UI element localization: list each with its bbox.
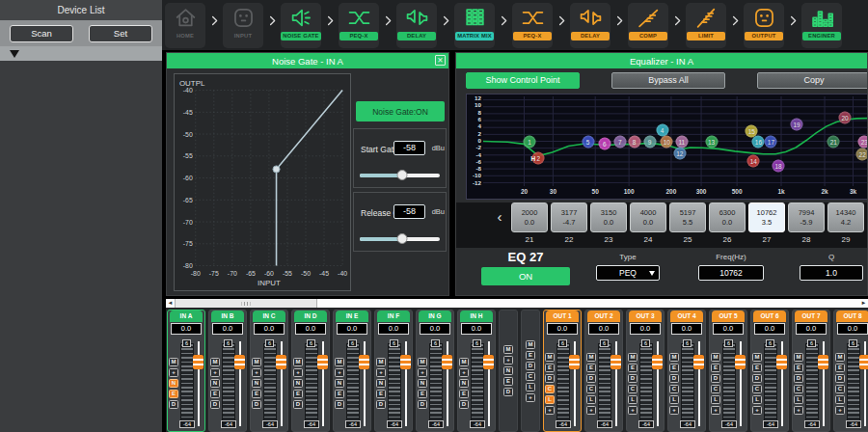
channel-tab-in-f[interactable]: IN F xyxy=(377,310,410,322)
chain-delay-7[interactable]: DELAY xyxy=(570,3,610,48)
channel-gain-value[interactable]: 0.0 xyxy=(378,323,409,335)
eq-point-7[interactable]: 7 xyxy=(613,135,626,148)
channel-tab-in-g[interactable]: IN G xyxy=(419,310,451,322)
master-btn-d[interactable]: D xyxy=(526,362,535,370)
channel-btn-e[interactable]: E xyxy=(711,364,720,372)
channel-btn-plus[interactable]: + xyxy=(210,368,220,377)
channel-btn-c[interactable]: C xyxy=(794,385,803,393)
eq-point-10[interactable]: 10 xyxy=(661,135,673,148)
channel-btn-l[interactable]: L xyxy=(794,395,803,404)
fader-handle[interactable] xyxy=(859,355,868,369)
fader-handle[interactable] xyxy=(359,355,369,369)
channel-tab-in-a[interactable]: IN A xyxy=(170,310,203,322)
channel-btn-c[interactable]: C xyxy=(628,385,637,393)
channel-tab-out-2[interactable]: OUT 2 xyxy=(587,310,620,322)
channel-btn-n[interactable]: N xyxy=(293,379,303,388)
fader-handle[interactable] xyxy=(234,355,245,369)
master-btn-m[interactable]: M xyxy=(503,345,513,354)
chain-enginer-11[interactable]: ENGINER xyxy=(801,3,842,48)
channel-btn-c[interactable]: C xyxy=(752,385,762,393)
chain-peq-x-6[interactable]: PEQ-X xyxy=(512,3,553,48)
channel-btn-d[interactable]: D xyxy=(210,400,220,409)
chain-matrix-mix-5[interactable]: MATRIX MIX xyxy=(454,3,495,48)
channel-btn-m[interactable]: M xyxy=(586,353,596,362)
channel-btn-plus[interactable]: + xyxy=(711,406,720,415)
eq-point-20[interactable]: 20 xyxy=(839,112,852,124)
channel-fader[interactable] xyxy=(276,339,286,428)
channel-btn-n[interactable]: N xyxy=(418,379,427,388)
fader-handle[interactable] xyxy=(400,355,411,369)
chain-delay-4[interactable]: DELAY xyxy=(396,3,437,48)
channel-btn-plus[interactable]: + xyxy=(252,368,261,377)
chain-output-10[interactable]: OUTPUT xyxy=(744,3,784,48)
channel-btn-d[interactable]: D xyxy=(459,400,469,409)
q-input[interactable]: 1.0 xyxy=(800,265,863,281)
master-btn-plus[interactable]: + xyxy=(526,393,535,402)
channel-btn-plus[interactable]: + xyxy=(459,368,469,377)
fader-handle[interactable] xyxy=(610,355,621,369)
channel-btn-n[interactable]: N xyxy=(252,379,261,388)
slider-handle[interactable] xyxy=(396,233,407,244)
eq-band-cell[interactable]: 7994-5.9 xyxy=(788,202,825,232)
channel-fader[interactable] xyxy=(400,339,411,428)
channel-gain-value[interactable]: 0.0 xyxy=(796,323,827,335)
bypass-all-button[interactable]: Bypass All xyxy=(611,72,725,89)
channel-fader[interactable] xyxy=(610,339,621,428)
channel-btn-d[interactable]: D xyxy=(335,400,344,409)
channel-fader[interactable] xyxy=(483,339,494,428)
channel-btn-d[interactable]: D xyxy=(293,400,303,409)
channel-tab-in-e[interactable]: IN E xyxy=(336,310,368,322)
channel-btn-c[interactable]: C xyxy=(669,385,679,393)
channel-gain-value[interactable]: 0.0 xyxy=(337,323,367,335)
channel-btn-l[interactable]: L xyxy=(711,395,720,404)
channel-btn-plus[interactable]: + xyxy=(335,368,344,377)
close-icon[interactable]: ✕ xyxy=(435,55,446,66)
channel-tab-in-c[interactable]: IN C xyxy=(253,310,285,322)
master-btn-d[interactable]: D xyxy=(503,388,513,396)
fader-handle[interactable] xyxy=(193,355,203,369)
channel-btn-m[interactable]: M xyxy=(169,358,178,366)
channel-fader[interactable] xyxy=(818,339,828,428)
eq-band-cell[interactable]: 63000.0 xyxy=(709,202,746,232)
channel-btn-d[interactable]: D xyxy=(252,400,261,409)
fader-handle[interactable] xyxy=(693,355,704,369)
master-btn-e[interactable]: E xyxy=(526,351,535,360)
channel-btn-plus[interactable]: + xyxy=(794,406,803,415)
channel-btn-m[interactable]: M xyxy=(752,353,762,362)
fader-handle[interactable] xyxy=(776,355,787,369)
channel-btn-m[interactable]: M xyxy=(711,353,720,362)
fader-handle[interactable] xyxy=(735,355,746,369)
channel-btn-m[interactable]: M xyxy=(252,358,261,366)
channel-btn-e[interactable]: E xyxy=(293,390,303,398)
channel-btn-m[interactable]: M xyxy=(459,358,469,366)
channel-btn-e[interactable]: E xyxy=(794,364,803,372)
channel-btn-e[interactable]: E xyxy=(169,390,178,398)
eq-point-12[interactable]: 12 xyxy=(673,148,686,160)
device-tree-header[interactable] xyxy=(0,46,162,61)
master-btn-plus[interactable]: + xyxy=(503,356,513,364)
channel-btn-n[interactable]: N xyxy=(335,379,344,388)
eq-point-23[interactable]: 23 xyxy=(858,135,868,148)
channel-gain-value[interactable]: 0.0 xyxy=(713,323,744,335)
channel-gain-value[interactable]: 0.0 xyxy=(671,323,702,335)
channel-btn-plus[interactable]: + xyxy=(376,368,386,377)
channel-tab-out-5[interactable]: OUT 5 xyxy=(712,310,745,322)
channel-tab-out-3[interactable]: OUT 3 xyxy=(629,310,662,322)
channel-btn-e[interactable]: E xyxy=(335,390,344,398)
eq-band-cell[interactable]: 40000.0 xyxy=(630,202,666,232)
eq-point-13[interactable]: 13 xyxy=(705,135,718,148)
channel-btn-d[interactable]: D xyxy=(586,374,596,383)
chain-peq-x-3[interactable]: PEQ-X xyxy=(339,3,379,48)
channel-gain-value[interactable]: 0.0 xyxy=(547,323,578,335)
eq-band-cell[interactable]: 20000.0 xyxy=(511,202,548,232)
channel-gain-value[interactable]: 0.0 xyxy=(420,323,450,335)
channel-btn-n[interactable]: N xyxy=(210,379,220,388)
release-gate-slider[interactable] xyxy=(360,232,440,245)
channel-fader[interactable] xyxy=(735,339,746,428)
channel-btn-d[interactable]: D xyxy=(711,374,720,383)
eq-point-5[interactable]: 5 xyxy=(582,135,594,148)
channel-tab-out-4[interactable]: OUT 4 xyxy=(670,310,703,322)
eq-point-9[interactable]: 9 xyxy=(643,135,656,148)
channel-btn-e[interactable]: E xyxy=(586,364,596,372)
channel-btn-plus[interactable]: + xyxy=(293,368,303,377)
